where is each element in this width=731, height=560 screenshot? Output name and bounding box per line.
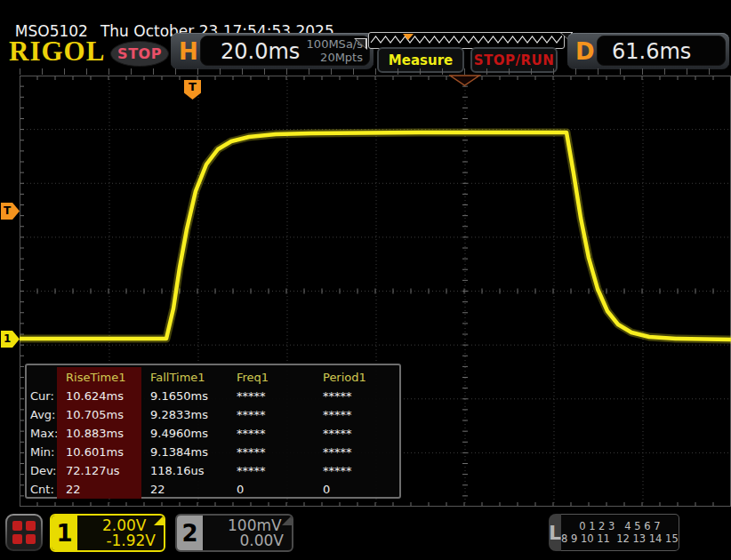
- logic-channel-list: 0 1 2 3 4 5 6 7 8 9 10 11 12 13 14 15: [561, 514, 679, 551]
- channel1-number: 1: [52, 516, 77, 550]
- measurement-value: 0: [314, 483, 396, 496]
- logic-row-2: 8 9 10 11 12 13 14 15: [561, 532, 679, 545]
- channel1-info: 2.00V -1.92V: [77, 516, 164, 550]
- measurement-value: 118.16us: [141, 464, 228, 477]
- menu-grid-icon: [7, 516, 41, 549]
- measurement-value: 9.2833ms: [141, 408, 228, 421]
- memory-depth: 20Mpts: [307, 51, 363, 64]
- corner-notch-icon: [354, 38, 367, 50]
- measurement-value: 9.1650ms: [141, 389, 228, 403]
- timebase-value: 20.0ms: [221, 39, 300, 64]
- delay-inner: 61.6ms: [597, 36, 726, 66]
- h-label: H: [179, 38, 198, 65]
- row-label: Dev:: [27, 464, 57, 477]
- menu-grid-button[interactable]: [5, 514, 43, 551]
- measurement-value: 10.883ms: [57, 424, 141, 443]
- measurement-value: *****: [314, 445, 396, 459]
- top-ruler: [20, 68, 731, 75]
- measurement-value: 9.1384ms: [141, 445, 228, 459]
- channel2-offset: 0.00V: [240, 532, 284, 549]
- measurement-value: *****: [228, 464, 314, 477]
- measurement-value: 72.127us: [57, 461, 141, 480]
- measurement-value: 10.705ms: [57, 405, 141, 424]
- measurement-header[interactable]: RiseTime1: [57, 367, 141, 387]
- measurement-value: 0: [228, 483, 314, 496]
- channel1-level-icon[interactable]: 1: [1, 331, 20, 348]
- delay-position-icon: [449, 75, 481, 87]
- row-label: Cur:: [27, 389, 57, 403]
- measurement-value: *****: [228, 389, 314, 403]
- logic-label: L: [549, 514, 561, 551]
- measurement-value: *****: [314, 464, 396, 477]
- row-label: Avg:: [27, 408, 57, 421]
- rigol-logo: RIGOL: [9, 36, 105, 68]
- logic-row-1: 0 1 2 3 4 5 6 7: [579, 520, 660, 532]
- measurement-value: *****: [228, 427, 314, 440]
- horizontal-timebase-box[interactable]: H 20.0ms 100MSa/s 20Mpts: [171, 33, 374, 69]
- channel1-widget[interactable]: 1 2.00V -1.92V: [50, 514, 165, 552]
- d-label: D: [575, 38, 595, 65]
- measurement-value: 22: [141, 483, 228, 496]
- delay-box[interactable]: D 61.6ms: [567, 33, 729, 69]
- delay-value: 61.6ms: [612, 39, 691, 64]
- measurement-value: *****: [314, 408, 396, 421]
- channel1-offset: -1.92V: [106, 532, 156, 549]
- corner-fold-icon: [282, 514, 293, 525]
- measurement-value: *****: [314, 389, 396, 403]
- channel2-info: 100mV 0.00V: [203, 516, 292, 550]
- measurement-value: 9.4960ms: [141, 427, 228, 440]
- measurement-header[interactable]: FallTime1: [141, 371, 228, 384]
- measurement-header[interactable]: Period1: [314, 371, 396, 384]
- measurement-value: *****: [228, 445, 314, 459]
- memory-position-marker-icon: [403, 34, 414, 40]
- memory-waveform-icon: [369, 33, 562, 46]
- measurement-value: 10.624ms: [57, 387, 141, 405]
- corner-fold-icon: [154, 514, 165, 525]
- channel2-number: 2: [177, 516, 203, 550]
- channel2-widget[interactable]: 2 100mV 0.00V: [175, 514, 293, 552]
- measurement-panel: RiseTime1 FallTime1 Freq1 Period1 Cur: 1…: [25, 364, 401, 499]
- measurement-value: 22: [57, 480, 141, 499]
- run-state-badge: STOP: [110, 41, 169, 67]
- logic-channels-widget[interactable]: L 0 1 2 3 4 5 6 7 8 9 10 11 12 13 14 15: [549, 514, 664, 551]
- measurement-value: 10.601ms: [57, 443, 141, 461]
- row-label: Cnt:: [27, 483, 57, 496]
- measurement-value: *****: [228, 408, 314, 421]
- measurement-header[interactable]: Freq1: [228, 371, 314, 384]
- trigger-level-icon[interactable]: T: [1, 203, 20, 220]
- row-label: Max:: [27, 427, 57, 440]
- row-label: Min:: [27, 445, 57, 459]
- measurement-value: *****: [314, 427, 396, 440]
- timebase-inner: 20.0ms 100MSa/s 20Mpts: [200, 36, 370, 66]
